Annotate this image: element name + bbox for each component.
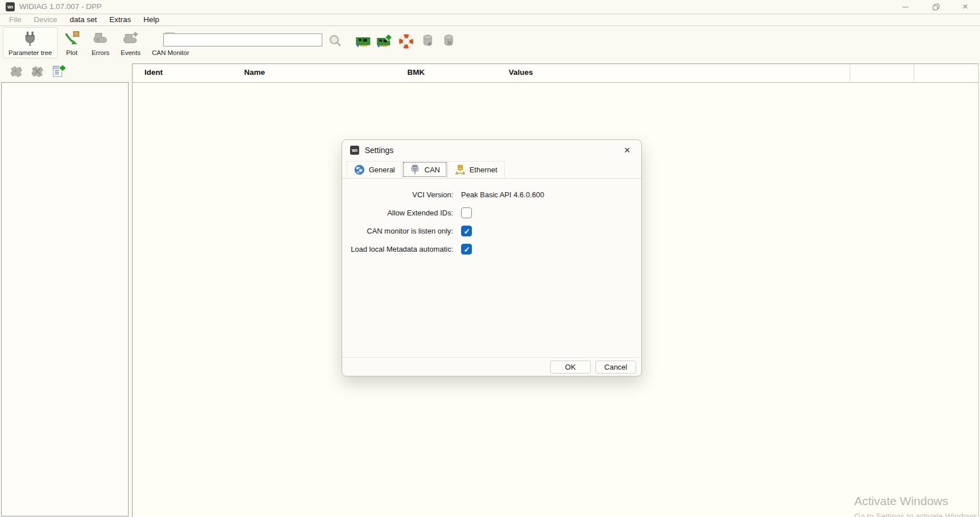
errors-label: Errors (92, 49, 109, 56)
settings-dialog: WI Settings × General (342, 139, 642, 376)
cancel-button[interactable]: Cancel (595, 361, 636, 374)
device-icon-disabled-2[interactable] (441, 33, 457, 49)
ethernet-icon (455, 164, 466, 175)
errors-icon (92, 30, 109, 47)
load-local-metadata-checkbox[interactable] (461, 244, 472, 255)
can-monitor-listen-only-checkbox[interactable] (461, 226, 472, 236)
column-header-name[interactable]: Name (244, 68, 265, 77)
device-icon-disabled[interactable] (420, 33, 436, 49)
ok-button[interactable]: OK (550, 361, 591, 374)
minimize-icon (902, 7, 909, 7)
restore-button[interactable] (923, 0, 949, 14)
tab-ethernet[interactable]: Ethernet (448, 161, 505, 178)
menu-device[interactable]: Device (28, 14, 63, 26)
connect-device-icon[interactable] (8, 63, 24, 79)
column-header-ident[interactable]: Ident (144, 68, 163, 77)
minimize-button[interactable] (892, 0, 918, 14)
plot-label: Plot (66, 49, 78, 56)
restore-icon (932, 3, 940, 11)
events-label: Events (121, 49, 140, 56)
close-icon: × (962, 1, 968, 12)
dialog-app-icon: WI (350, 146, 359, 155)
events-button[interactable]: Events (115, 27, 146, 58)
app-window: WI WIDIAG 1.07.007 - DPP × File Device d… (0, 0, 980, 517)
vci-version-row: VCI Version: Peak Basic API 4.6.0.600 (342, 189, 641, 200)
tab-general[interactable]: General (347, 161, 402, 178)
dialog-title: Settings (365, 146, 394, 155)
disconnect-device-icon[interactable] (29, 63, 45, 79)
close-button[interactable]: × (952, 0, 978, 14)
can-monitor-label: CAN Monitor (152, 49, 189, 56)
parameter-tree-button[interactable]: Parameter tree (3, 27, 58, 58)
dialog-footer: OK Cancel (342, 357, 641, 376)
menu-file[interactable]: File (3, 14, 28, 26)
plot-button[interactable]: Plot (58, 27, 86, 58)
main-toolbar: Parameter tree Plot Errors (0, 26, 980, 62)
tab-general-label: General (369, 166, 395, 174)
dialog-title-bar: WI Settings × (342, 140, 641, 160)
pcb-card-add-icon[interactable] (377, 33, 393, 49)
parameter-tree-label: Parameter tree (8, 49, 52, 56)
can-monitor-listen-only-label: CAN monitor is listen only: (342, 227, 461, 235)
dialog-close-button[interactable]: × (621, 144, 633, 156)
events-icon (122, 30, 139, 47)
column-separator (914, 64, 914, 83)
column-header-bmk[interactable]: BMK (407, 68, 425, 77)
menu-extras[interactable]: Extras (103, 14, 137, 26)
pcb-card-icon[interactable] (355, 33, 371, 49)
tab-can-label: CAN (424, 166, 440, 174)
settings-can-page: VCI Version: Peak Basic API 4.6.0.600 Al… (342, 179, 641, 255)
load-local-metadata-label: Load local Metadata automatic: (342, 245, 461, 253)
dialog-close-icon: × (624, 144, 630, 156)
menu-help[interactable]: Help (137, 14, 165, 26)
watermark-line1: Activate Windows (854, 494, 980, 508)
allow-extended-ids-row: Allow Extended IDs: (342, 207, 641, 218)
globe-icon (354, 164, 365, 175)
table-header-row: Ident Name BMK Values (133, 64, 978, 83)
plug-icon (22, 30, 39, 47)
errors-button[interactable]: Errors (86, 27, 115, 58)
can-connector-icon (410, 164, 420, 175)
menu-bar: File Device data set Extras Help (0, 14, 980, 26)
activate-windows-watermark: Activate Windows Go to Settings to activ… (854, 494, 980, 517)
watermark-line2: Go to Settings to activate Windows. (854, 512, 980, 517)
settings-tab-strip: General CAN (342, 160, 641, 179)
tab-can[interactable]: CAN (402, 161, 447, 178)
window-title: WIDIAG 1.07.007 - DPP (19, 2, 102, 11)
menu-data-set[interactable]: data set (63, 14, 103, 26)
column-separator (850, 64, 850, 83)
column-header-values[interactable]: Values (509, 68, 533, 77)
can-monitor-listen-only-row: CAN monitor is listen only: (342, 226, 641, 236)
search-input[interactable] (163, 33, 322, 46)
tab-ethernet-label: Ethernet (470, 166, 497, 174)
app-icon: WI (6, 2, 15, 11)
help-lifebuoy-icon[interactable] (398, 33, 414, 49)
add-dataset-icon[interactable] (51, 63, 67, 79)
load-local-metadata-row: Load local Metadata automatic: (342, 244, 641, 255)
search-icon[interactable] (327, 33, 343, 49)
allow-extended-ids-label: Allow Extended IDs: (342, 209, 461, 217)
vci-version-value: Peak Basic API 4.6.0.600 (461, 190, 544, 199)
parameter-tree-panel[interactable] (1, 82, 129, 516)
plot-icon (63, 30, 80, 47)
vci-version-label: VCI Version: (342, 190, 461, 199)
allow-extended-ids-checkbox[interactable] (461, 207, 472, 218)
title-bar: WI WIDIAG 1.07.007 - DPP × (0, 0, 980, 14)
